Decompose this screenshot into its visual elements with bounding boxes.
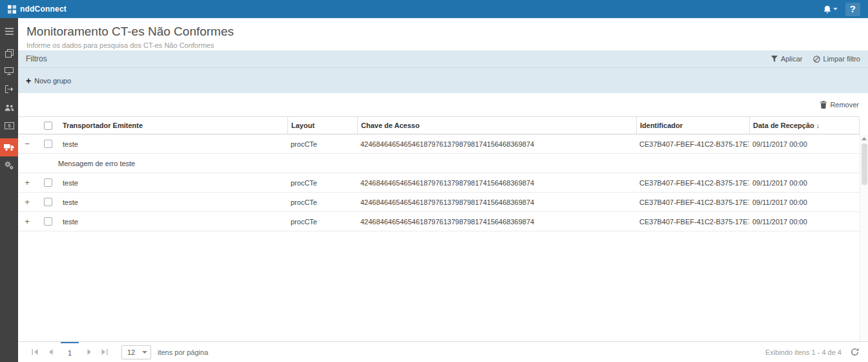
cell-identificador: CE37B407-FBEF-41C2-B375-17E71DFDC92F <box>636 193 749 211</box>
cell-chave: 4246846465465461879761379879817415646836… <box>357 212 636 231</box>
help-button[interactable]: ? <box>845 3 860 16</box>
chevron-down-icon <box>833 8 838 11</box>
table-row[interactable]: + teste procCTe 424684646546546187976137… <box>18 212 860 231</box>
topbar: nddConnect ? <box>0 0 868 18</box>
vertical-scrollbar[interactable] <box>860 134 868 341</box>
table-row[interactable]: + teste procCTe 424684646546546187976137… <box>18 173 860 193</box>
plus-icon: + <box>26 78 31 84</box>
refresh-button[interactable] <box>851 348 859 356</box>
column-header-layout[interactable]: Layout <box>287 117 357 134</box>
pager-status: Exibindo itens 1 - 4 de 4 <box>765 348 842 356</box>
last-page-button[interactable] <box>97 342 112 362</box>
cell-chave: 4246846465465461879761379879817415646836… <box>357 193 636 211</box>
column-header-select <box>36 117 59 134</box>
export-icon <box>5 85 14 93</box>
cell-data-recepcao: 09/11/2017 00:00 <box>749 134 860 153</box>
apply-filter-button[interactable]: Aplicar <box>771 55 803 63</box>
header-checkbox[interactable] <box>44 122 52 130</box>
cell-layout: procCTe <box>287 173 357 192</box>
cell-identificador: CE37B407-FBEF-41C2-B375-17E71DFDC92F <box>636 212 749 231</box>
first-page-button[interactable] <box>27 342 43 362</box>
column-header-identificador[interactable]: Identificador <box>636 117 749 134</box>
row-checkbox[interactable] <box>44 140 52 148</box>
column-header-chave[interactable]: Chave de Acesso <box>357 117 636 134</box>
copy-icon <box>5 49 14 58</box>
column-header-data-recepcao[interactable]: Data de Recepção ↓ <box>749 117 860 134</box>
row-checkbox[interactable] <box>44 217 52 226</box>
sidebar-item-billing[interactable]: $ <box>0 116 18 134</box>
grid-header-row: Transportador Emitente Layout Chave de A… <box>18 116 860 134</box>
page-size-select[interactable]: 12 <box>121 345 151 359</box>
cell-data-recepcao: 09/11/2017 00:00 <box>749 193 860 211</box>
brand: nddConnect <box>8 5 67 14</box>
table-row[interactable]: − teste procCTe 424684646546546187976137… <box>18 134 860 154</box>
remove-label: Remover <box>830 101 859 109</box>
collapse-toggle[interactable]: − <box>25 140 30 148</box>
sidebar-item-export[interactable] <box>0 80 18 98</box>
clear-filter-button[interactable]: Limpar filtro <box>813 55 860 63</box>
scroll-up-icon[interactable] <box>862 137 867 140</box>
filters-panel: Filtros Aplicar <box>18 50 868 93</box>
cell-identificador: CE37B407-FBEF-41C2-B375-17E71DFDC92F <box>636 173 749 192</box>
sidebar-item-cte-monitoring[interactable] <box>0 138 18 156</box>
page-size-value: 12 <box>127 348 135 356</box>
sort-desc-icon: ↓ <box>816 122 820 129</box>
prev-page-button[interactable] <box>43 342 58 362</box>
monitor-icon <box>5 67 14 75</box>
svg-text:$: $ <box>8 123 11 129</box>
funnel-icon <box>771 56 778 62</box>
cell-transportador: teste <box>59 134 287 153</box>
menu-icon <box>5 28 14 35</box>
trash-icon <box>820 101 827 109</box>
chevron-down-icon <box>142 351 147 354</box>
expand-toggle[interactable]: + <box>25 198 30 206</box>
column-header-expand <box>18 117 36 134</box>
gears-icon <box>5 161 14 170</box>
new-group-button[interactable]: + Novo grupo <box>26 77 71 85</box>
row-checkbox[interactable] <box>44 178 52 187</box>
main-content: Monitoramento CT-es Não Conformes Inform… <box>18 18 868 362</box>
ndd-logo-icon <box>8 5 16 14</box>
cell-layout: procCTe <box>287 212 357 231</box>
circle-slash-icon <box>813 56 820 63</box>
banknote-icon: $ <box>5 122 14 129</box>
apply-filter-label: Aplicar <box>781 55 803 63</box>
truck-icon <box>4 144 14 151</box>
column-header-data-label: Data de Recepção <box>753 122 814 129</box>
notifications-button[interactable] <box>820 3 842 16</box>
table-row[interactable]: + teste procCTe 424684646546546187976137… <box>18 193 860 212</box>
cell-chave: 4246846465465461879761379879817415646836… <box>357 134 636 153</box>
column-header-transportador[interactable]: Transportador Emitente <box>59 117 287 134</box>
row-checkbox[interactable] <box>44 198 52 206</box>
sidebar-item-documents[interactable] <box>0 44 18 62</box>
cell-data-recepcao: 09/11/2017 00:00 <box>749 212 860 231</box>
pagination-bar: 1 12 itens por página Exibindo itens 1 -… <box>18 341 868 362</box>
page-number-button[interactable]: 1 <box>61 342 79 362</box>
sidebar-item-users[interactable] <box>0 98 18 116</box>
expand-toggle[interactable]: + <box>25 178 30 187</box>
remove-button[interactable]: Remover <box>820 101 859 109</box>
cell-transportador: teste <box>59 193 287 211</box>
scrollbar-thumb[interactable] <box>862 144 867 185</box>
cell-data-recepcao: 09/11/2017 00:00 <box>749 173 860 192</box>
sidebar-item-settings[interactable] <box>0 156 18 175</box>
sidebar-item-monitor[interactable] <box>0 62 18 80</box>
cell-layout: procCTe <box>287 193 357 211</box>
sidebar: $ <box>0 18 18 362</box>
cell-chave: 4246846465465461879761379879817415646836… <box>357 173 636 192</box>
sidebar-item-menu[interactable] <box>0 22 18 40</box>
page-subtitle: Informe os dados para pesquisa dos CT-es… <box>26 41 868 49</box>
clear-filter-label: Limpar filtro <box>823 55 860 63</box>
items-per-page-label: itens por página <box>158 348 208 356</box>
page-title: Monitoramento CT-es Não Conformes <box>26 25 868 39</box>
cell-transportador: teste <box>59 212 287 231</box>
new-group-label: Novo grupo <box>34 77 71 85</box>
cte-grid: Transportador Emitente Layout Chave de A… <box>18 116 860 231</box>
cell-identificador: CE37B407-FBEF-41C2-B375-17E71DFDC92F <box>636 134 749 153</box>
next-page-button[interactable] <box>81 342 97 362</box>
expand-toggle[interactable]: + <box>25 217 30 226</box>
cell-transportador: teste <box>59 173 287 192</box>
users-icon <box>5 104 14 111</box>
row-detail-message: Mensagem de erro teste <box>18 154 860 173</box>
brand-name: nddConnect <box>20 5 67 14</box>
